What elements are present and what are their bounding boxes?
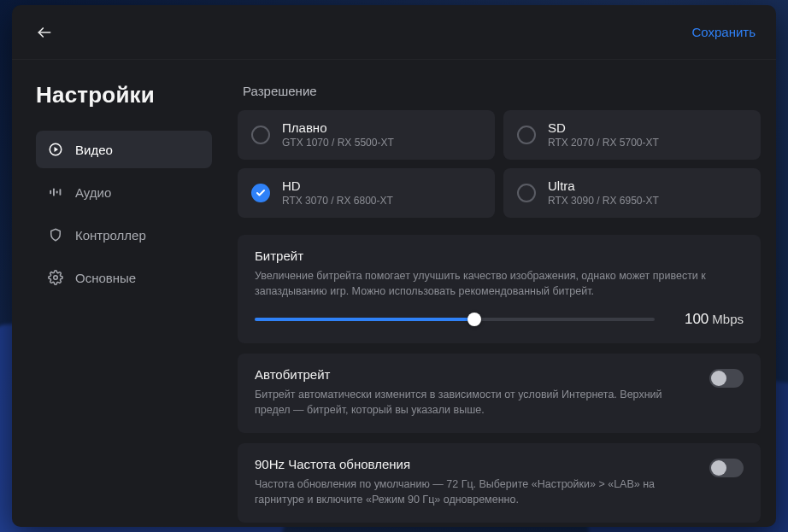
- resolution-option-sub: RTX 3090 / RX 6950-XT: [548, 195, 659, 208]
- sidebar-item-label: Аудио: [75, 185, 111, 200]
- bitrate-slider[interactable]: [255, 318, 655, 321]
- resolution-option-name: Плавно: [282, 120, 394, 137]
- sidebar-item-label: Контроллер: [75, 228, 146, 243]
- sidebar-item-label: Основные: [75, 271, 136, 285]
- bitrate-value-number: 100: [685, 311, 709, 327]
- sidebar: Настройки Видео Аудио Контроллер: [12, 60, 222, 527]
- sidebar-item-controller[interactable]: Контроллер: [36, 216, 212, 254]
- resolution-option-hd[interactable]: HD RTX 3070 / RX 6800-XT: [238, 168, 495, 218]
- bitrate-value-unit: Mbps: [712, 312, 744, 326]
- sidebar-item-label: Видео: [75, 143, 113, 157]
- resolution-option-sd[interactable]: SD RTX 2070 / RX 5700-XT: [503, 110, 761, 160]
- refresh90-toggle[interactable]: [709, 459, 744, 477]
- bitrate-description: Увеличение битрейта помогает улучшить ка…: [255, 268, 744, 299]
- content-area: Разрешение Плавно GTX 1070 / RX 5500-XT …: [222, 60, 776, 527]
- resolution-option-name: SD: [548, 120, 659, 137]
- toggle-knob: [711, 460, 726, 476]
- resolution-option-smooth[interactable]: Плавно GTX 1070 / RX 5500-XT: [238, 110, 495, 160]
- radio-icon: [517, 126, 536, 144]
- bitrate-value: 100Mbps: [670, 311, 744, 328]
- slider-thumb[interactable]: [468, 313, 481, 326]
- radio-icon: [251, 126, 270, 144]
- toggle-knob: [711, 371, 726, 386]
- svg-rect-5: [56, 191, 58, 194]
- svg-rect-4: [53, 189, 55, 196]
- bitrate-title: Битрейт: [255, 248, 744, 263]
- resolution-grid: Плавно GTX 1070 / RX 5500-XT SD RTX 2070…: [238, 110, 761, 218]
- resolution-option-name: HD: [282, 178, 393, 195]
- resolution-heading: Разрешение: [238, 84, 761, 98]
- settings-window: Сохранить Настройки Видео Аудио: [12, 5, 776, 527]
- autobitrate-description: Битрейт автоматически изменится в зависи…: [255, 387, 694, 418]
- shield-icon: [48, 227, 63, 243]
- refresh90-title: 90Hz Частота обновления: [255, 457, 694, 471]
- sidebar-item-audio[interactable]: Аудио: [36, 173, 212, 211]
- sidebar-item-video[interactable]: Видео: [36, 131, 212, 168]
- arrow-left-icon: [36, 24, 53, 41]
- svg-rect-3: [50, 190, 51, 195]
- sidebar-item-general[interactable]: Основные: [36, 259, 212, 296]
- save-button[interactable]: Сохранить: [691, 25, 756, 39]
- svg-point-7: [54, 276, 58, 280]
- radio-icon: [517, 184, 536, 202]
- radio-checked-icon: [251, 184, 270, 202]
- audio-bars-icon: [48, 184, 63, 200]
- resolution-option-sub: RTX 3070 / RX 6800-XT: [282, 195, 393, 208]
- refresh90-description: Частота обновления по умолчанию — 72 Гц.…: [255, 476, 694, 507]
- slider-fill: [255, 318, 474, 321]
- svg-rect-6: [60, 189, 62, 196]
- bitrate-panel: Битрейт Увеличение битрейта помогает улу…: [238, 235, 761, 343]
- resolution-option-name: Ultra: [548, 178, 659, 195]
- resolution-option-ultra[interactable]: Ultra RTX 3090 / RX 6950-XT: [503, 168, 761, 218]
- autobitrate-title: Автобитрейт: [255, 367, 694, 382]
- autobitrate-toggle[interactable]: [709, 369, 744, 388]
- resolution-option-sub: GTX 1070 / RX 5500-XT: [282, 137, 394, 149]
- gear-icon: [48, 270, 63, 285]
- svg-marker-2: [55, 147, 59, 152]
- topbar: Сохранить: [12, 5, 776, 60]
- resolution-option-sub: RTX 2070 / RX 5700-XT: [548, 137, 659, 149]
- play-circle-icon: [48, 142, 63, 157]
- page-title: Настройки: [36, 82, 212, 108]
- back-button[interactable]: [29, 17, 60, 48]
- refresh90-panel: 90Hz Частота обновления Частота обновлен…: [238, 443, 761, 523]
- autobitrate-panel: Автобитрейт Битрейт автоматически измени…: [238, 354, 761, 433]
